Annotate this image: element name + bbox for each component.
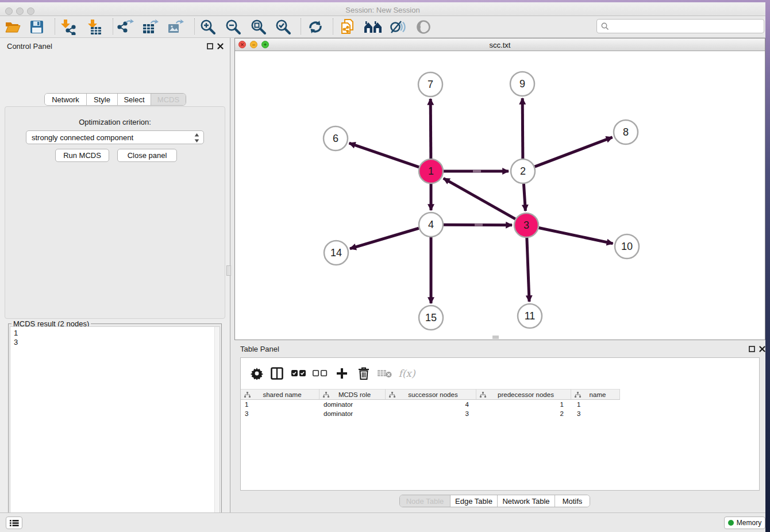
- zoom-selected-icon[interactable]: [273, 17, 294, 37]
- clone-network-icon[interactable]: [337, 17, 358, 37]
- graph-node-11[interactable]: 11: [518, 304, 542, 328]
- deselect-all-checkbox-icon[interactable]: [310, 365, 330, 382]
- graph-node-4[interactable]: 4: [419, 213, 443, 237]
- graph-node-6[interactable]: 6: [324, 126, 348, 151]
- zoom-fit-icon[interactable]: [248, 17, 269, 37]
- delete-table-icon[interactable]: [375, 365, 394, 382]
- edge-3-1[interactable]: [444, 178, 515, 219]
- svg-text:15: 15: [425, 312, 437, 323]
- cell-predecessor-nodes[interactable]: 2: [476, 409, 571, 418]
- edge-1-6[interactable]: [349, 143, 419, 167]
- table-tab-node-table[interactable]: Node Table: [400, 495, 451, 507]
- refresh-layout-icon[interactable]: [305, 17, 326, 37]
- graph-node-10[interactable]: 10: [615, 234, 639, 259]
- tab-mcds[interactable]: MCDS: [151, 94, 186, 105]
- cell-shared-name[interactable]: 3: [241, 409, 319, 418]
- table-tab-network-table[interactable]: Network Table: [498, 495, 555, 507]
- criterion-dropdown-value: strongly connected component: [32, 133, 133, 142]
- birds-eye-view-icon[interactable]: [413, 17, 434, 37]
- export-image-icon[interactable]: [165, 17, 186, 37]
- node-table: f(x) shared nameMCDS rolesuccessor nodes…: [240, 357, 760, 491]
- column-header-predecessor-nodes[interactable]: predecessor nodes: [476, 389, 571, 400]
- result-scrollbar[interactable]: [214, 327, 220, 532]
- svg-text:9: 9: [519, 78, 525, 90]
- cell-name[interactable]: 3: [571, 409, 620, 418]
- window-resize-handle[interactable]: [492, 336, 499, 339]
- show-columns-icon[interactable]: [267, 365, 287, 382]
- edge-1-7[interactable]: [430, 99, 431, 159]
- graph-node-15[interactable]: 15: [419, 306, 443, 330]
- save-session-icon[interactable]: [26, 17, 47, 37]
- cell-MCDS-role[interactable]: dominator: [319, 409, 386, 418]
- svg-text:2: 2: [520, 165, 526, 177]
- graph-node-1[interactable]: 1: [419, 159, 443, 183]
- graph-node-14[interactable]: 14: [324, 241, 348, 265]
- cell-MCDS-role[interactable]: dominator: [319, 400, 386, 409]
- cell-successor-nodes[interactable]: 3: [386, 409, 476, 418]
- export-table-icon[interactable]: [140, 17, 161, 37]
- main-toolbar: [0, 16, 765, 38]
- edge-2-9[interactable]: [522, 98, 523, 159]
- run-mcds-button[interactable]: Run MCDS: [55, 149, 109, 162]
- tab-network[interactable]: Network: [45, 94, 87, 105]
- edge-2-3[interactable]: [523, 184, 525, 211]
- export-network-icon[interactable]: [115, 17, 136, 37]
- cell-shared-name[interactable]: 1: [241, 400, 319, 409]
- column-header-MCDS-role[interactable]: MCDS role: [319, 389, 386, 400]
- search-field[interactable]: [596, 19, 764, 33]
- tab-select[interactable]: Select: [118, 94, 151, 105]
- open-file-icon[interactable]: [2, 17, 23, 37]
- edge-2-8[interactable]: [535, 137, 613, 167]
- table-row[interactable]: 3dominator323: [241, 409, 620, 418]
- toggle-graphics-details-icon[interactable]: [387, 17, 408, 37]
- memory-button[interactable]: Memory: [724, 516, 765, 529]
- criterion-dropdown[interactable]: strongly connected component: [26, 130, 204, 144]
- import-table-icon[interactable]: [84, 17, 105, 37]
- float-table-panel-icon[interactable]: [748, 345, 755, 352]
- table-row[interactable]: 1dominator411: [241, 400, 620, 409]
- network-canvas[interactable]: 7968124314101511: [235, 51, 765, 340]
- task-history-button[interactable]: [6, 516, 22, 529]
- column-header-shared-name[interactable]: shared name: [241, 389, 319, 400]
- table-tab-motifs[interactable]: Motifs: [555, 495, 590, 507]
- mcds-result-textarea[interactable]: 1 3: [10, 326, 220, 532]
- import-network-icon[interactable]: [57, 17, 78, 37]
- cell-predecessor-nodes[interactable]: 1: [476, 400, 571, 409]
- table-panel-title: Table Panel: [240, 345, 279, 353]
- function-builder-icon[interactable]: f(x): [397, 365, 417, 382]
- mcds-result-values: 1 3: [10, 327, 220, 347]
- graph-node-3[interactable]: 3: [514, 213, 538, 237]
- zoom-out-icon[interactable]: [223, 17, 244, 37]
- first-neighbors-icon[interactable]: [363, 17, 383, 37]
- table-panel: Table Panel f(x) shared nameMCDS ro: [234, 340, 765, 512]
- table-tabs: Node TableEdge TableNetwork TableMotifs: [399, 495, 590, 507]
- tab-style[interactable]: Style: [87, 94, 118, 105]
- toolbar-separator: [55, 18, 55, 34]
- column-header-successor-nodes[interactable]: successor nodes: [386, 389, 476, 400]
- cell-name[interactable]: 1: [571, 400, 620, 409]
- add-row-icon[interactable]: [332, 365, 352, 382]
- close-table-panel-icon[interactable]: [759, 345, 765, 352]
- toolbar-separator: [333, 18, 333, 34]
- graph-node-9[interactable]: 9: [510, 72, 534, 96]
- edge-3-10[interactable]: [539, 228, 613, 244]
- splitter-handle[interactable]: [226, 265, 231, 276]
- column-header-name[interactable]: name: [571, 389, 620, 400]
- graph-node-8[interactable]: 8: [614, 120, 638, 144]
- close-panel-button[interactable]: Close panel: [117, 149, 177, 162]
- edge-4-14[interactable]: [350, 228, 419, 249]
- close-panel-icon[interactable]: [217, 43, 224, 49]
- svg-text:3: 3: [523, 219, 529, 231]
- control-panel-header: Control Panel: [0, 38, 230, 54]
- graph-node-7[interactable]: 7: [418, 72, 442, 97]
- delete-row-icon[interactable]: [354, 365, 374, 382]
- table-tab-edge-table[interactable]: Edge Table: [451, 495, 498, 507]
- zoom-in-icon[interactable]: [198, 17, 218, 37]
- float-panel-icon[interactable]: [206, 43, 213, 49]
- select-all-checkbox-icon[interactable]: [289, 365, 309, 382]
- graph-node-2[interactable]: 2: [511, 159, 535, 183]
- table-settings-icon[interactable]: [247, 365, 267, 382]
- cell-successor-nodes[interactable]: 4: [386, 400, 476, 409]
- search-input[interactable]: [612, 22, 764, 30]
- edge-3-11[interactable]: [527, 238, 529, 302]
